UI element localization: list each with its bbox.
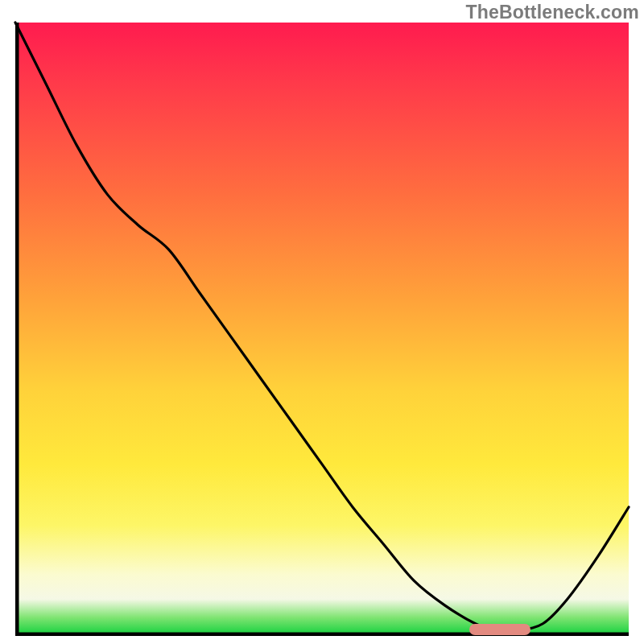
bottleneck-marker	[469, 624, 530, 635]
bottleneck-chart	[15, 23, 629, 636]
chart-curve	[15, 23, 629, 636]
watermark-text: TheBottleneck.com	[465, 2, 639, 23]
curve-path	[15, 23, 629, 630]
